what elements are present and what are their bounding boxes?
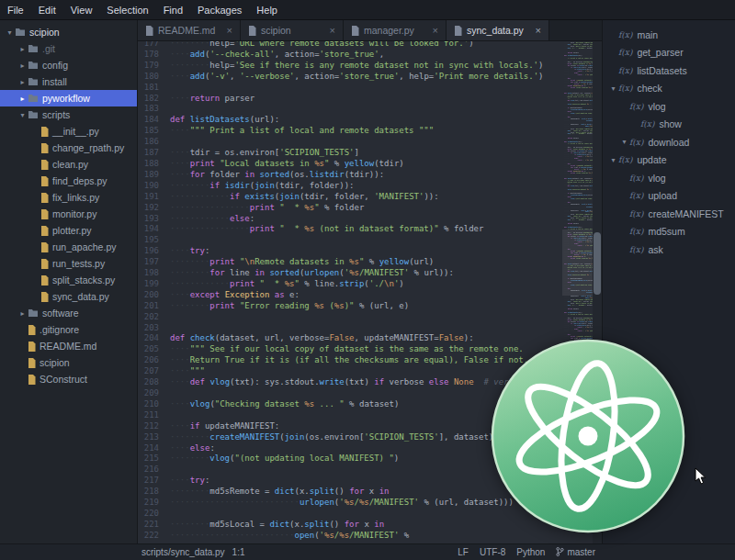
status-encoding[interactable]: UTF-8 xyxy=(480,547,505,557)
chevron-right-icon[interactable]: ▸ xyxy=(17,78,28,86)
git-branch-label: master xyxy=(567,547,595,557)
tree-item-scripts[interactable]: ▾scripts xyxy=(0,106,137,123)
tree-item-SConstruct[interactable]: SConstruct xyxy=(0,371,137,387)
symbol-upload[interactable]: f(x)upload xyxy=(603,187,735,206)
function-badge-icon: f(x) xyxy=(618,155,632,164)
symbol-ask[interactable]: f(x)ask xyxy=(603,241,735,259)
tab-manager.py[interactable]: manager.py× xyxy=(344,20,447,40)
symbol-get_parser[interactable]: f(x)get_parser xyxy=(603,44,735,62)
symbol-download[interactable]: ▾f(x)download xyxy=(603,133,735,151)
symbol-createMANIFEST[interactable]: f(x)createMANIFEST xyxy=(603,205,735,223)
tree-item-config[interactable]: ▸config xyxy=(0,57,137,73)
tree-item-label: find_deps.py xyxy=(52,175,107,186)
symbol-label: ask xyxy=(648,244,662,255)
tab-label: sync_data.py xyxy=(467,25,524,36)
tree-item-pyworkflow[interactable]: ▸pyworkflow xyxy=(0,90,137,106)
tree-item-install[interactable]: ▸install xyxy=(0,73,137,90)
symbol-check[interactable]: ▾f(x)check xyxy=(603,80,735,98)
function-badge-icon: f(x) xyxy=(629,245,643,254)
tree-item-label: clean.py xyxy=(52,159,88,170)
symbol-label: vlog xyxy=(648,101,665,112)
tree-item-sync_data.py[interactable]: sync_data.py xyxy=(0,288,137,305)
chevron-right-icon[interactable]: ▸ xyxy=(17,95,28,103)
tab-sync_data.py[interactable]: sync_data.py× xyxy=(447,20,549,40)
tree-item-__init__.py[interactable]: __init__.py xyxy=(0,123,137,140)
chevron-right-icon[interactable]: ▸ xyxy=(17,62,28,70)
symbol-update[interactable]: ▾f(x)update xyxy=(603,151,735,170)
menu-help[interactable]: Help xyxy=(249,0,285,19)
chevron-down-icon[interactable]: ▾ xyxy=(608,84,618,93)
tree-item-find_deps.py[interactable]: find_deps.py xyxy=(0,173,137,189)
tab-README.md[interactable]: README.md× xyxy=(138,20,241,40)
tree-item-label: plotter.py xyxy=(52,225,92,236)
chevron-right-icon[interactable]: ▸ xyxy=(17,45,28,53)
status-cursor-position[interactable]: 1:1 xyxy=(232,547,245,557)
tree-item-label: .gitignore xyxy=(40,324,79,335)
menu-selection[interactable]: Selection xyxy=(99,0,155,19)
folder-icon xyxy=(28,110,39,119)
tree-item-README.md[interactable]: README.md xyxy=(0,338,137,354)
tab-close-icon[interactable]: × xyxy=(536,25,541,36)
tab-scipion[interactable]: scipion× xyxy=(241,20,344,40)
folder-icon xyxy=(15,28,26,37)
menu-find[interactable]: Find xyxy=(156,0,190,19)
function-badge-icon: f(x) xyxy=(629,191,643,200)
tree-item-label: software xyxy=(42,308,79,319)
minimap-viewport[interactable] xyxy=(562,230,593,296)
tree-item-run_apache.py[interactable]: run_apache.py xyxy=(0,239,137,255)
menu-edit[interactable]: Edit xyxy=(31,0,63,19)
tree-item-run_tests.py[interactable]: run_tests.py xyxy=(0,255,137,272)
symbol-md5sum[interactable]: f(x)md5sum xyxy=(603,223,735,241)
function-badge-icon: f(x) xyxy=(618,30,632,39)
file-icon xyxy=(40,275,49,286)
status-line-ending[interactable]: LF xyxy=(458,547,469,557)
chevron-down-icon[interactable]: ▾ xyxy=(608,156,618,164)
tab-close-icon[interactable]: × xyxy=(330,25,335,36)
symbol-vlog[interactable]: f(x)vlog xyxy=(603,169,735,187)
tree-item-fix_links.py[interactable]: fix_links.py xyxy=(0,189,137,206)
tree-item-scipion[interactable]: ▾scipion xyxy=(0,24,137,40)
file-icon xyxy=(248,26,256,36)
chevron-down-icon[interactable]: ▾ xyxy=(619,138,629,146)
function-badge-icon: f(x) xyxy=(629,138,643,147)
tree-item-.git[interactable]: ▸.git xyxy=(0,40,137,57)
tree-item-software[interactable]: ▸software xyxy=(0,305,137,321)
tree-item-label: run_apache.py xyxy=(52,241,116,252)
chevron-down-icon[interactable]: ▾ xyxy=(5,28,15,37)
folder-icon xyxy=(28,61,39,70)
symbol-label: show xyxy=(659,118,682,129)
tree-item-scipion[interactable]: scipion xyxy=(0,354,137,371)
function-badge-icon: f(x) xyxy=(629,209,643,218)
scrollbar-handle[interactable] xyxy=(594,232,601,295)
tab-close-icon[interactable]: × xyxy=(433,25,438,36)
tree-item-label: install xyxy=(42,76,67,87)
menu-packages[interactable]: Packages xyxy=(190,0,249,19)
status-git-branch[interactable]: master xyxy=(556,546,595,559)
status-file-path[interactable]: scripts/sync_data.py xyxy=(141,547,225,557)
folder-icon xyxy=(28,308,39,318)
tree-item-change_rpath.py[interactable]: change_rpath.py xyxy=(0,140,137,156)
chevron-down-icon[interactable]: ▾ xyxy=(17,111,28,119)
file-icon xyxy=(40,160,49,170)
symbol-listDatasets[interactable]: f(x)listDatasets xyxy=(603,62,735,80)
tree-item-.gitignore[interactable]: .gitignore xyxy=(0,321,137,338)
menu-bar: FileEditViewSelectionFindPackagesHelp xyxy=(0,0,735,20)
symbol-main[interactable]: f(x)main xyxy=(603,26,735,44)
tab-label: manager.py xyxy=(364,25,414,36)
tree-item-label: scipion xyxy=(29,27,60,38)
menu-view[interactable]: View xyxy=(63,0,100,19)
menu-file[interactable]: File xyxy=(0,0,31,19)
chevron-right-icon[interactable]: ▸ xyxy=(17,309,28,318)
status-bar: scripts/sync_data.py 1:1 LF UTF-8 Python… xyxy=(0,543,735,560)
tree-item-monitor.py[interactable]: monitor.py xyxy=(0,206,137,222)
symbol-vlog[interactable]: f(x)vlog xyxy=(603,97,735,116)
tree-item-split_stacks.py[interactable]: split_stacks.py xyxy=(0,272,137,288)
symbol-show[interactable]: f(x)show xyxy=(603,116,735,134)
tree-item-label: run_tests.py xyxy=(52,258,105,269)
tree-item-clean.py[interactable]: clean.py xyxy=(0,156,137,173)
tree-item-plotter.py[interactable]: plotter.py xyxy=(0,222,137,239)
tab-close-icon[interactable]: × xyxy=(227,25,232,36)
function-badge-icon: f(x) xyxy=(629,227,643,236)
status-grammar[interactable]: Python xyxy=(516,547,545,557)
file-icon xyxy=(40,242,49,252)
